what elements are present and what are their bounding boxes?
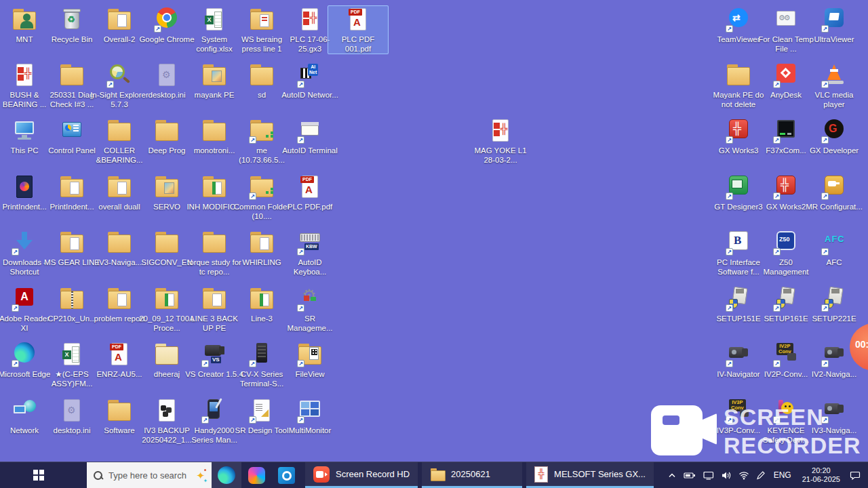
action-center-icon[interactable]: [850, 470, 861, 481]
desktop-icon-label: IV3-Naviga...: [97, 258, 142, 268]
overall-2-icon: [104, 6, 134, 33]
shortcut-arrow-icon: ↗: [249, 136, 256, 144]
microsoft-edge-icon: ↗: [9, 341, 39, 368]
control-panel-icon: [57, 117, 87, 144]
dheeraj-icon: [152, 341, 182, 368]
iv2-naviga-icon: ↗: [819, 341, 849, 368]
shortcut-arrow-icon: ↗: [821, 416, 829, 424]
search-placeholder: Type here to search: [108, 470, 190, 481]
desktop-icon-multimonitor[interactable]: ↗MultiMonitor: [279, 396, 340, 436]
taskbar: Type here to search ✦✦ Screen Record HD2…: [0, 462, 868, 488]
desktop-icon-label: ENRZ-AU5...: [96, 370, 142, 380]
desktop-icon-label: MNT: [16, 35, 33, 45]
battery-icon[interactable]: [684, 471, 696, 480]
taskbar-icon-outlook[interactable]: [271, 462, 301, 488]
language-indicator[interactable]: ENG: [772, 470, 793, 480]
desktop-icon-label: TeamViewer: [717, 35, 760, 45]
desktop-icon-afc[interactable]: AFC↗AFC: [804, 228, 865, 268]
system-tray: ENG 20:20 21-06-2025: [667, 462, 868, 488]
mag-yoke-l1-28-03-2-icon: ╬: [486, 117, 515, 144]
desktop-icon-autoid-keyboa[interactable]: KBW↗AutoID Keyboa...: [279, 228, 340, 277]
shortcut-arrow-icon: ↗: [249, 192, 256, 200]
tray-chevron-up-icon[interactable]: [667, 471, 677, 479]
plc-17-06-25-gx3-icon: ╬: [295, 6, 325, 33]
desktop-icon-label: F37xCom...: [766, 146, 806, 156]
shortcut-arrow-icon: ↗: [773, 416, 781, 424]
desktop-icon-label: FileView: [295, 370, 324, 380]
desktop-icon-label: SR Manageme...: [281, 314, 339, 333]
taskbar-app-screen-record-hd[interactable]: Screen Record HD: [305, 462, 418, 488]
in-sight-explorer-5-7-3-icon: ↗: [104, 62, 134, 89]
taskbar-icon-edge[interactable]: [212, 462, 241, 488]
desktop-icon-autoid-networ[interactable]: AINet↗AutoID Networ...: [279, 61, 340, 101]
desktop-icon-fileview[interactable]: ↗FileView: [279, 340, 340, 380]
c-eps-assy-fm-icon: X: [57, 341, 87, 368]
mnt-icon: [9, 6, 39, 33]
desktop-icon-plc-pdf-001-pdf[interactable]: PDFAPLC PDF 001.pdf: [328, 5, 389, 54]
desktop-icon-setup221e[interactable]: ↗SETUP221E: [804, 285, 865, 325]
shortcut-arrow-icon: ↗: [726, 25, 733, 33]
desktop-icon-label: AutoID Networ...: [281, 91, 338, 100]
search-highlights-sparkle-icon: ✦✦: [196, 470, 205, 481]
desktop-icon-label: UltraViewer: [814, 35, 854, 45]
shortcut-arrow-icon: ↗: [726, 360, 733, 367]
taskbar-app-melsoft-series-gx[interactable]: ╬MELSOFT Series GX...: [526, 462, 654, 488]
desktop-icon-label: Overall-2: [104, 35, 136, 45]
shortcut-arrow-icon: ↗: [773, 248, 781, 256]
desktop-icon-label: PrintIndent...: [50, 203, 94, 212]
fileview-icon: ↗: [295, 341, 325, 368]
desktop-icon-gx-developer[interactable]: G↗GX Developer: [804, 117, 865, 157]
shortcut-arrow-icon: ↗: [297, 81, 304, 88]
start-button[interactable]: [23, 462, 54, 488]
desktop-icon-label: PLC PDF.pdf: [288, 203, 332, 212]
this-pc-icon: [9, 117, 39, 144]
iv3-naviga-icon: ↗: [819, 397, 849, 424]
desktop-icon-label: Network: [10, 426, 39, 436]
shortcut-arrow-icon: ↗: [249, 360, 256, 367]
desktop-icon-iv3-naviga[interactable]: ↗IV3-Naviga...: [804, 396, 865, 436]
gx-developer-icon: G↗: [819, 117, 849, 144]
desktop-icon-vlc-media-player[interactable]: ↗VLC media player: [804, 61, 865, 110]
keyence-safety-devi-icon: ↗: [771, 397, 801, 424]
desktop-icon-mag-yoke-l1-28-03-2[interactable]: ╬MAG YOKE L1 28-03-2...: [470, 117, 531, 165]
cv-x-series-terminal-s-icon: ↗: [247, 341, 277, 368]
shortcut-arrow-icon: ↗: [297, 136, 304, 144]
desktop-icon-plc-pdf-pdf[interactable]: PDFAPLC PDF.pdf: [279, 173, 340, 213]
pen-icon[interactable]: [756, 471, 766, 480]
melsoft-gx-icon: ╬: [534, 466, 548, 483]
cast-display-icon[interactable]: [703, 471, 714, 480]
desktop-icon-label: GX Works3: [719, 146, 759, 156]
pc-interface-software-f-icon: B↗: [724, 229, 753, 256]
taskbar-app-20250621[interactable]: 20250621: [422, 462, 522, 488]
desktop-icon-ultraviewer[interactable]: ↗UltraViewer: [804, 5, 865, 45]
shortcut-arrow-icon: ↗: [106, 81, 114, 88]
desktop-icon-label: dheeraj: [154, 370, 180, 380]
printindent-icon: [57, 174, 87, 201]
sr-manageme-icon: ⚙↗: [295, 285, 325, 312]
desktop-icon-sr-manageme[interactable]: ⚙↗SR Manageme...: [279, 285, 340, 333]
bush-bearing-icon: ╬: [9, 62, 39, 89]
taskbar-search[interactable]: Type here to search ✦✦: [87, 462, 212, 488]
autoid-keyboa-icon: KBW↗: [295, 229, 325, 256]
sigconv-en-icon: [152, 229, 182, 256]
torque-study-for-tc-repo-icon: [199, 229, 229, 256]
shortcut-arrow-icon: ↗: [726, 192, 733, 200]
shortcut-arrow-icon: ↗: [297, 304, 304, 312]
shortcut-arrow-icon: ↗: [821, 360, 829, 367]
coller-bearing-icon: [104, 117, 134, 144]
desktop-icon-mr-configurat[interactable]: ↗MR Configurat...: [804, 173, 865, 213]
taskbar-icon-copilot[interactable]: [241, 462, 271, 488]
taskbar-clock[interactable]: 20:20 21-06-2025: [800, 466, 843, 484]
wifi-icon[interactable]: [738, 471, 749, 480]
250331-diag-check-i-3-icon: [57, 62, 87, 89]
shortcut-arrow-icon: ↗: [821, 81, 829, 88]
volume-icon[interactable]: [721, 471, 732, 480]
iv-navigator-icon: ↗: [724, 341, 753, 368]
video-camera-icon: [651, 405, 703, 455]
overall-duall-icon: [104, 174, 134, 201]
shortcut-arrow-icon: ↗: [154, 25, 161, 33]
line-3-back-up-pe-icon: [199, 285, 229, 312]
desktop-icon-autoid-terminal[interactable]: ↗AutoID Terminal: [279, 117, 340, 157]
ws-beraing-press-line-1-icon: [247, 6, 277, 33]
desktop-icon-label: SETUP221E: [812, 314, 856, 324]
